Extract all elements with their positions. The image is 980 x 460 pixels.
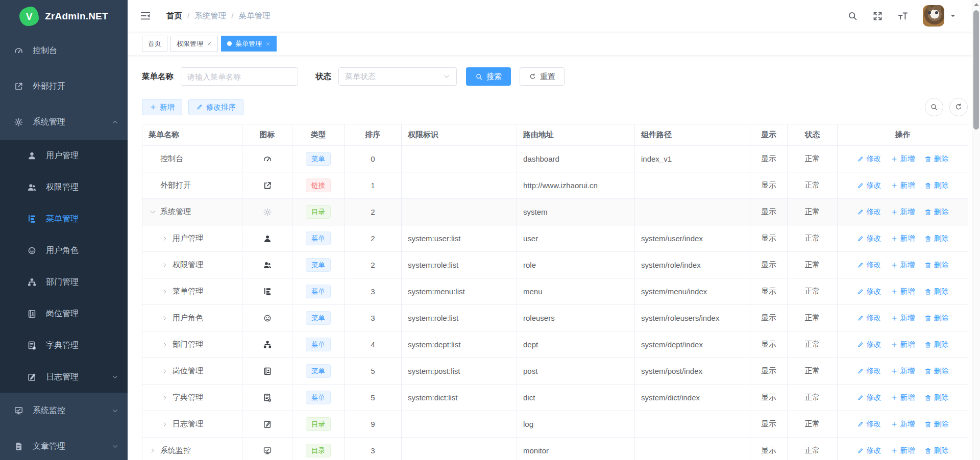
delete-link[interactable]: 删除 — [924, 181, 949, 190]
cell-visible: 显示 — [761, 260, 776, 270]
delete-link[interactable]: 删除 — [924, 313, 949, 323]
pencil-icon — [857, 368, 864, 375]
scrollbar-up-arrow[interactable] — [972, 0, 980, 9]
scrollbar-thumb[interactable] — [973, 10, 979, 130]
fullscreen-icon[interactable] — [872, 11, 883, 21]
expand-closed-icon[interactable] — [150, 448, 156, 454]
expand-closed-icon[interactable] — [162, 368, 168, 374]
sidebar-item-dashboard[interactable]: 控制台 — [0, 33, 128, 68]
menu-name: 岗位管理 — [173, 366, 203, 376]
refresh-table-button[interactable] — [949, 98, 968, 116]
reset-button-label: 重置 — [540, 72, 555, 82]
add-child-link[interactable]: 新增 — [891, 181, 915, 190]
expand-open-icon[interactable] — [150, 209, 156, 215]
close-tab-icon[interactable] — [265, 41, 271, 46]
sidebar-item-dict[interactable]: 字典管理 — [0, 329, 128, 361]
plus-icon — [891, 288, 898, 295]
expand-closed-icon[interactable] — [162, 342, 168, 348]
expand-closed-icon[interactable] — [162, 236, 168, 242]
cell-component: system/menu/index — [641, 287, 707, 296]
delete-link[interactable]: 删除 — [924, 366, 949, 376]
menu-name: 权限管理 — [173, 260, 203, 270]
breadcrumb-item-0[interactable]: 首页 — [166, 11, 182, 21]
tab-菜单管理[interactable]: 菜单管理 — [221, 36, 277, 52]
expand-closed-icon[interactable] — [162, 262, 168, 268]
edit-link[interactable]: 修改 — [857, 446, 881, 455]
expand-closed-icon[interactable] — [162, 315, 168, 321]
expand-closed-icon[interactable] — [162, 421, 168, 427]
cell-status: 正常 — [805, 234, 820, 243]
delete-link[interactable]: 删除 — [924, 340, 949, 349]
edit-link[interactable]: 修改 — [857, 393, 881, 402]
sidebar-item-label: 外部打开 — [33, 81, 65, 92]
cell-perm: system:post:list — [408, 367, 460, 375]
cell-order: 9 — [371, 420, 375, 428]
cell-status: 正常 — [805, 419, 820, 429]
delete-link[interactable]: 删除 — [924, 446, 949, 455]
delete-link[interactable]: 删除 — [924, 393, 949, 402]
edit-link[interactable]: 修改 — [857, 207, 881, 217]
expand-closed-icon[interactable] — [162, 395, 168, 401]
search-button[interactable]: 搜索 — [466, 67, 511, 86]
menu-name-input[interactable] — [181, 67, 298, 86]
add-child-link[interactable]: 新增 — [891, 260, 915, 270]
sidebar-item-menu[interactable]: 菜单管理 — [0, 203, 128, 235]
sidebar-item-user[interactable]: 用户管理 — [0, 140, 128, 171]
edit-link[interactable]: 修改 — [857, 234, 881, 243]
sidebar-menu: 控制台外部打开系统管理用户管理权限管理菜单管理用户角色部门管理岗位管理字典管理日… — [0, 33, 128, 460]
reset-button[interactable]: 重置 — [520, 67, 565, 86]
trash-icon — [924, 394, 932, 401]
edit-link[interactable]: 修改 — [857, 260, 881, 270]
delete-link[interactable]: 删除 — [924, 234, 949, 243]
add-child-link[interactable]: 新增 — [891, 207, 915, 217]
font-size-icon[interactable] — [897, 10, 909, 21]
pencil-icon — [196, 104, 203, 111]
logo-link[interactable]: V ZrAdmin.NET — [0, 0, 128, 33]
hamburger-icon[interactable] — [140, 10, 151, 21]
add-child-link[interactable]: 新增 — [891, 419, 915, 429]
tab-权限管理[interactable]: 权限管理 — [170, 36, 218, 52]
expand-closed-icon[interactable] — [162, 289, 168, 295]
edit-link[interactable]: 修改 — [857, 154, 881, 164]
edit-link[interactable]: 修改 — [857, 313, 881, 323]
user-menu[interactable] — [923, 5, 957, 27]
status-select[interactable]: 菜单状态 — [338, 67, 457, 86]
add-child-link[interactable]: 新增 — [891, 393, 915, 402]
close-tab-icon[interactable] — [207, 41, 212, 46]
add-child-link[interactable]: 新增 — [891, 154, 915, 164]
delete-link[interactable]: 删除 — [924, 260, 949, 270]
edit-link[interactable]: 修改 — [857, 181, 881, 190]
delete-link[interactable]: 删除 — [924, 154, 949, 164]
delete-link[interactable]: 删除 — [924, 287, 949, 296]
edit-sort-button[interactable]: 修改排序 — [188, 99, 243, 115]
search-icon[interactable] — [847, 11, 858, 21]
sidebar-item-dept[interactable]: 部门管理 — [0, 266, 128, 298]
tab-首页[interactable]: 首页 — [142, 36, 167, 52]
sidebar-item-article[interactable]: 文章管理 — [0, 428, 128, 460]
edit-link[interactable]: 修改 — [857, 419, 881, 429]
sidebar-item-monitor[interactable]: 系统监控 — [0, 393, 128, 428]
add-child-link[interactable]: 新增 — [891, 313, 915, 323]
add-child-link[interactable]: 新增 — [891, 234, 915, 243]
edit-link[interactable]: 修改 — [857, 340, 881, 349]
add-child-link[interactable]: 新增 — [891, 340, 915, 349]
delete-link[interactable]: 删除 — [924, 207, 949, 217]
cell-route: system — [523, 208, 548, 216]
toggle-search-button[interactable] — [925, 98, 943, 116]
edit-link[interactable]: 修改 — [857, 287, 881, 296]
add-child-link[interactable]: 新增 — [891, 287, 915, 296]
delete-link[interactable]: 删除 — [924, 419, 949, 429]
sidebar-item-log[interactable]: 日志管理 — [0, 361, 128, 393]
sidebar-item-system[interactable]: 系统管理 — [0, 104, 128, 140]
sidebar-item-external[interactable]: 外部打开 — [0, 68, 128, 104]
sidebar-item-role[interactable]: 权限管理 — [0, 171, 128, 203]
type-tag: 菜单 — [306, 391, 331, 405]
add-child-link[interactable]: 新增 — [891, 366, 915, 376]
edit-link[interactable]: 修改 — [857, 366, 881, 376]
add-button[interactable]: 新增 — [142, 99, 182, 115]
book-icon — [263, 393, 272, 402]
add-child-link[interactable]: 新增 — [891, 446, 915, 455]
sidebar-item-post[interactable]: 岗位管理 — [0, 298, 128, 329]
cell-route: menu — [523, 287, 543, 296]
sidebar-item-roleusers[interactable]: 用户角色 — [0, 235, 128, 266]
